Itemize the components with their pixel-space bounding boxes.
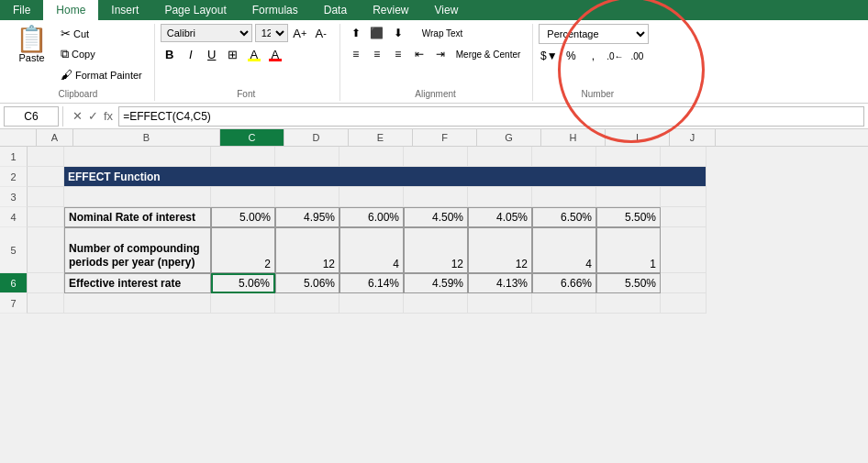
cell-h3[interactable] [532,187,596,207]
cell-b6[interactable]: Effective interest rate [64,273,211,293]
tab-review[interactable]: Review [360,0,421,20]
cell-j4[interactable] [661,207,707,227]
cell-d7[interactable] [275,293,339,314]
tab-formulas[interactable]: Formulas [239,0,311,20]
cell-h5[interactable]: 4 [532,227,596,273]
align-left-button[interactable]: ≡ [346,45,366,63]
cell-g6[interactable]: 4.13% [468,273,532,293]
copy-button[interactable]: ⧉ Copy [56,44,147,64]
col-header-g[interactable]: G [477,129,541,146]
cell-a5[interactable] [28,227,64,273]
cell-h1[interactable] [532,147,596,167]
cell-i3[interactable] [596,187,661,207]
cell-d3[interactable] [275,187,339,207]
number-format-select[interactable]: Percentage General Number Currency [539,24,649,44]
cell-b4[interactable]: Nominal Rate of interest [64,207,211,227]
cell-h6[interactable]: 6.66% [532,273,596,293]
cell-i4[interactable]: 5.50% [596,207,661,227]
cell-c7[interactable] [211,293,275,314]
tab-home[interactable]: Home [43,0,98,20]
align-bottom-button[interactable]: ⬇ [388,24,408,42]
cell-a1[interactable] [28,147,64,167]
cell-b1[interactable] [64,147,211,167]
cancel-formula-icon[interactable]: ✕ [72,109,83,123]
cell-g4[interactable]: 4.05% [468,207,532,227]
cell-h7[interactable] [532,293,596,314]
wrap-text-button[interactable]: Wrap Text [417,24,468,42]
decrease-font-button[interactable]: A- [312,24,330,42]
cell-a7[interactable] [28,293,64,314]
cell-b7[interactable] [64,293,211,314]
cell-e7[interactable] [339,293,404,314]
cell-i5[interactable]: 1 [596,227,661,273]
cell-i7[interactable] [596,293,661,314]
cell-g5[interactable]: 12 [468,227,532,273]
cell-b2[interactable]: EFFECT Function [64,167,707,187]
tab-data[interactable]: Data [311,0,360,20]
decrease-indent-button[interactable]: ⇤ [409,45,429,63]
cell-c5[interactable]: 2 [211,227,275,273]
cell-e4[interactable]: 6.00% [339,207,404,227]
cell-f7[interactable] [404,293,468,314]
italic-button[interactable]: I [182,45,200,63]
cell-j1[interactable] [661,147,707,167]
font-name-select[interactable]: Calibri [161,24,252,42]
align-middle-button[interactable]: ⬛ [367,24,387,42]
col-header-d[interactable]: D [284,129,349,146]
cell-e5[interactable]: 4 [339,227,404,273]
cell-c3[interactable] [211,187,275,207]
comma-button[interactable]: , [583,47,603,65]
cell-j7[interactable] [661,293,707,314]
font-size-select[interactable]: 12 [255,24,288,42]
cell-e6[interactable]: 6.14% [339,273,404,293]
paste-button[interactable]: 📋 Paste [9,24,54,66]
cell-c4[interactable]: 5.00% [211,207,275,227]
cell-c1[interactable] [211,147,275,167]
col-header-j[interactable]: J [670,129,716,146]
cell-h4[interactable]: 6.50% [532,207,596,227]
col-header-f[interactable]: F [413,129,477,146]
fill-color-button[interactable]: A [245,45,263,63]
col-header-e[interactable]: E [349,129,413,146]
insert-function-icon[interactable]: fx [104,109,113,123]
cell-g7[interactable] [468,293,532,314]
tab-file[interactable]: File [0,0,43,20]
cell-i6[interactable]: 5.50% [596,273,661,293]
col-header-c[interactable]: C [220,129,284,146]
confirm-formula-icon[interactable]: ✓ [88,109,98,123]
cell-reference-input[interactable]: C6 [4,106,59,127]
cell-f4[interactable]: 4.50% [404,207,468,227]
col-header-h[interactable]: H [541,129,606,146]
bold-button[interactable]: B [161,45,179,63]
cell-d5[interactable]: 12 [275,227,339,273]
cell-j5[interactable] [661,227,707,273]
cell-b3[interactable] [64,187,211,207]
increase-decimal-button[interactable]: .00 [627,47,647,65]
percent-button[interactable]: % [561,47,581,65]
align-center-button[interactable]: ≡ [367,45,387,63]
increase-indent-button[interactable]: ⇥ [430,45,451,63]
col-header-i[interactable]: I [606,129,670,146]
cell-i1[interactable] [596,147,661,167]
dollar-button[interactable]: $ ▼ [539,47,559,65]
align-right-button[interactable]: ≡ [388,45,408,63]
cell-f6[interactable]: 4.59% [404,273,468,293]
cell-d1[interactable] [275,147,339,167]
cut-button[interactable]: ✂ Cut [56,24,147,43]
cell-g3[interactable] [468,187,532,207]
align-top-button[interactable]: ⬆ [346,24,366,42]
merge-center-button[interactable]: Merge & Center [451,45,526,63]
col-header-b[interactable]: B [73,129,220,146]
cell-b5[interactable]: Number of compounding periods per year (… [64,227,211,273]
font-color-button[interactable]: A [266,45,284,63]
cell-a3[interactable] [28,187,64,207]
format-painter-button[interactable]: 🖌 Format Painter [56,65,147,84]
border-button[interactable]: ⊞ [224,45,242,63]
cell-g1[interactable] [468,147,532,167]
cell-c6[interactable]: 5.06% [211,273,275,293]
cell-e3[interactable] [339,187,404,207]
tab-view[interactable]: View [422,0,472,20]
cell-a4[interactable] [28,207,64,227]
cell-d6[interactable]: 5.06% [275,273,339,293]
cell-j6[interactable] [661,273,707,293]
